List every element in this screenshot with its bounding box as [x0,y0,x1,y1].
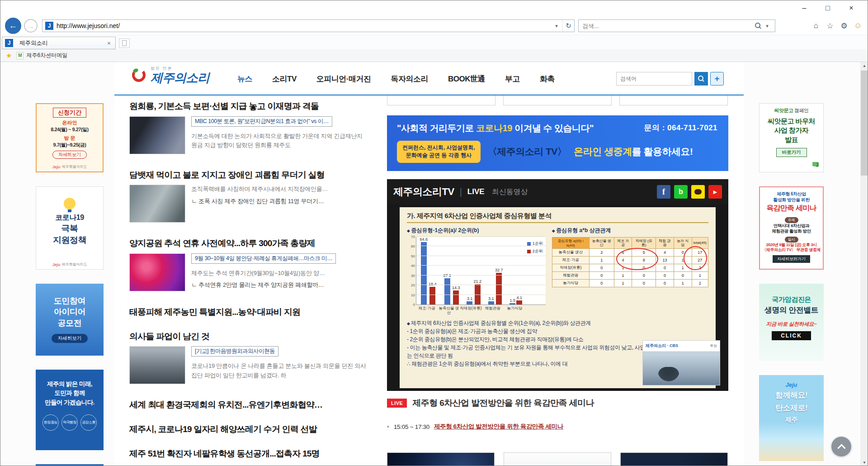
news-headline[interactable]: 제주 51번 확진자 네팔유학생 동선공개...접촉자 15명 [129,448,367,460]
ad-seminar[interactable]: 제주형 6차산업 활성화 방안을 위한 육감만족 세미나 주제 언택시대 6차산… [759,186,824,270]
address-bar[interactable]: J http://www.jejusori.net/ ▾ ↻ [42,19,575,32]
favorites-star-icon[interactable]: ☆ [824,19,836,32]
favorites-bar-item[interactable]: M 제주6차센터메일 [16,52,67,59]
tv-latest-label[interactable]: 최신동영상 [492,187,528,197]
ad-cut-off[interactable]: 함께 만들어가 [36,464,104,466]
news-related-link[interactable]: ㄴ 추석연휴 2만명 몰리는 제주 양지공원 폐쇄할까… [191,281,367,289]
ad-application-period[interactable]: 신청기간 온라인 8.24(월) ~ 9.27(일) 방 문 9.7(월)~9.… [36,103,104,172]
nav-item-7[interactable]: 화촉 [540,74,555,84]
nav-item-3[interactable]: 오피니언·매거진 [316,74,371,84]
ad-go-button[interactable]: 바로가기 [776,148,807,157]
tv-brand[interactable]: 제주의소리TV [393,185,454,199]
bar-chart: 64.618.427.114.33.121.23.132.71.54.1 1순위… [416,237,546,305]
refresh-icon[interactable]: ↻ [562,20,574,32]
scrollbar-thumb[interactable] [861,71,868,176]
news-story: 태풍피해 제주농민 특별지원...농약·대파비 지원 [129,307,367,318]
nav-item-2[interactable]: 소리TV [272,74,297,84]
site-search-input[interactable] [616,72,692,86]
nav-item-6[interactable]: 부고 [505,74,520,84]
search-provider-dropdown-icon[interactable]: ▾ [761,20,773,32]
scrollbar-down-arrow[interactable]: ▼ [860,459,868,466]
chart-bar [496,273,502,304]
news-headline[interactable]: 원희룡, 기본소득 보편·선별 지급 놓고 이재명과 격돌 [129,101,367,112]
youtube-icon[interactable]: ▶ [708,185,722,199]
news-thumbnail[interactable] [129,116,185,154]
ad-detail-button[interactable]: 자세히보기 [52,334,88,343]
nav-item-1[interactable]: 뉴스 [237,74,252,84]
ad-detail-button[interactable]: 자세히보기 [52,151,87,159]
forward-button[interactable]: → [24,19,38,33]
ad-idea-contest[interactable]: 도민참여 아이디어 공모전 자세히보기 [36,284,104,356]
table-cell: 0 [632,280,656,287]
news-headline[interactable]: 담뱃재 먹이고 불로 지지고 장애인 괴롭힘 무더기 실형 [129,170,367,181]
video-thumbnail[interactable] [620,452,728,466]
cut-off-panel [503,95,612,105]
chart-value-label: 27.1 [443,273,451,278]
ad-seed-bookstore[interactable]: 씨앗문고 캠페인 씨앗문고 바우처 사업 참가자 발표 바로가기 [759,103,824,172]
legend-entry: 2순위 [527,248,543,254]
kakao-icon[interactable] [691,185,705,199]
video-player[interactable]: 가. 제주지역 6차산업 인증사업체 중심유형별 분석 중심유형-1순위(a)/… [387,204,728,391]
video-thumbnail[interactable] [387,452,495,466]
ad-covid-support[interactable]: 코로나19 극복 지원정책 Jeju제주특별자치도 [36,186,104,270]
schedule-link[interactable]: 제주형 6차산업 발전방안을 위한 육감만족 세미나 [434,423,563,431]
window-minimize-button[interactable]: – [793,1,816,15]
news-thumbnail[interactable] [129,253,185,291]
nav-item-4[interactable]: 독자의소리 [391,74,428,84]
table-cell: 2 [692,264,708,272]
video-thumbnail[interactable] [504,452,611,466]
window-maximize-button[interactable]: □ [816,1,840,15]
feedback-smiley-icon[interactable]: ☺ [852,19,864,32]
news-headline[interactable]: 의사들 파업이 남긴 것 [129,331,367,342]
table-cell: 0 [589,280,614,287]
news-headline[interactable]: 양지공원 추석 연휴 사전예약...하루 300가족 총량제 [129,238,367,249]
chart-value-label: 14.3 [452,285,460,290]
ad-detail-button[interactable]: 자세히보러가기 [773,255,810,263]
site-search-button[interactable] [694,72,708,86]
ad-jeju-future[interactable]: 제주의 밝은 미래, 도민과 함께 만들어 가겠습니다. 현장중심 적극행정 공… [36,370,104,450]
tab-close-icon[interactable]: × [105,40,113,47]
covid-live-broadcast-banner[interactable]: "사회적 거리두기로 코로나19 이겨낼 수 있습니다" 문의 : 064-71… [387,115,728,171]
table-row-header: 체험관광 [552,272,589,280]
back-arrow-icon: ← [9,21,18,31]
site-logo[interactable]: 젊은 언론 제주의소리 [131,66,209,85]
program-title[interactable]: 제주형 6차산업 발전방안을 위한 육감만족 세미나 [412,397,594,409]
new-tab-button[interactable] [119,38,130,48]
window-close-button[interactable]: × [840,1,863,15]
back-button[interactable]: ← [5,18,21,34]
browser-tab[interactable]: J 제주의소리 × [2,37,116,49]
vertical-scrollbar[interactable]: ▲ ▼ [860,62,868,466]
live-badge: LIVE [387,399,407,408]
table-row-header: 제조·가공 [552,257,589,264]
chart-bar-group: 3.121.2 [467,279,481,304]
settings-gear-icon[interactable]: ⚙ [838,19,850,32]
browser-search-box[interactable]: ▾ [578,19,775,32]
news-related-link[interactable]: ㄴ 조폭 사칭 제주 장애인 집단 괴롭힘 11명 무더기… [191,197,367,205]
news-summary: 조직폭력배를 사칭하며 제주시내에서 지적장애인을… [191,185,367,194]
news-headline[interactable]: 세계 최대 환경국제회의 유치전...유엔기후변화협약… [129,399,367,411]
news-headline[interactable]: 태풍피해 제주농민 특별지원...농약·대파비 지원 [129,307,367,318]
scroll-to-top-button[interactable] [831,437,851,456]
chevron-up-icon [837,444,845,452]
band-icon[interactable]: b [674,185,688,199]
news-quote-box: MBC 100분 토론, 원"보편지급N분의1 효과 없어" vs 이… [191,116,332,127]
ad-carbon-zero[interactable]: Jeju 함께해요! 탄소제로! 제주 [759,375,824,461]
ad-click-button[interactable]: CLICK [772,331,811,340]
home-icon[interactable]: ⌂ [810,19,822,32]
news-headline[interactable]: 제주시, 코로나19 일자리 해양쓰레기 수거 인력 선발 [129,424,367,435]
scrollbar-up-arrow[interactable]: ▲ [860,62,868,70]
nav-item-5[interactable]: BOOK世通 [448,74,485,84]
url-text[interactable]: http://www.jejusori.net/ [57,22,551,29]
site-plus-button[interactable]: + [710,72,724,86]
facebook-icon[interactable]: f [657,185,670,199]
ad-cancer-screening[interactable]: 국가암검진은 생명의 안전밸트 지금 바로 실천하세요~ CLICK [759,284,824,361]
news-thumbnail[interactable] [129,346,185,384]
news-thumbnail[interactable] [129,185,185,223]
search-icon[interactable] [755,23,761,29]
favorites-bar-star-icon[interactable]: ★ [6,52,12,60]
autocomplete-dropdown-icon[interactable]: ▾ [551,20,562,32]
news-column: 원희룡, 기본소득 보편·선별 지급 놓고 이재명과 격돌MBC 100분 토론… [129,101,367,466]
tv-live-label[interactable]: LIVE [467,187,485,196]
news-story: 원희룡, 기본소득 보편·선별 지급 놓고 이재명과 격돌MBC 100분 토론… [129,101,367,154]
browser-search-input[interactable] [582,23,755,29]
